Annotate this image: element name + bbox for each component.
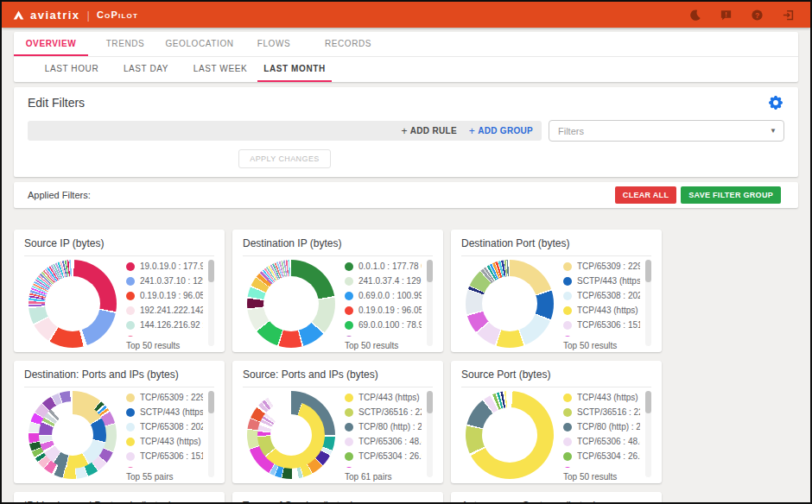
legend-item[interactable]: TCP/65308 : 202.10... bbox=[563, 288, 640, 303]
logout-icon[interactable] bbox=[782, 9, 795, 22]
legend-item[interactable]: 19.0.19.0 : 177.98... bbox=[126, 259, 203, 274]
legend-item[interactable]: 0.19.0.19 : 96.05 ... bbox=[126, 288, 203, 303]
legend-scrollbar[interactable] bbox=[645, 260, 651, 346]
filters-dropdown[interactable]: Filters ▼ bbox=[549, 120, 784, 142]
legend-scrollbar[interactable] bbox=[208, 391, 214, 477]
legend-item[interactable]: TCP/443 (https) : ... bbox=[563, 303, 640, 318]
legend-item[interactable]: 69.0.0.100 : 78.95... bbox=[345, 318, 422, 332]
add-group-button[interactable]: +ADD GROUP bbox=[469, 125, 533, 137]
legend-item[interactable]: TCP/65306 : 48.40 ... bbox=[345, 434, 422, 449]
tab-overview[interactable]: OVERVIEW bbox=[14, 32, 88, 56]
legend-label: 192.241.222.142 : ... bbox=[140, 306, 203, 315]
legend-scrollbar[interactable] bbox=[427, 260, 433, 346]
legend-scrollbar-thumb[interactable] bbox=[427, 391, 433, 413]
legend-item[interactable]: 0.0.1.0 : 177.78 G... bbox=[345, 259, 422, 274]
legend-item[interactable]: 0.19.0.19 : 96.05 ... bbox=[345, 303, 422, 318]
legend-item[interactable]: TCP/65304 : 26.64 ... bbox=[563, 449, 640, 463]
legend-label: 0.19.0.19 : 96.05 ... bbox=[358, 306, 422, 315]
legend-scrollbar-thumb[interactable] bbox=[645, 391, 651, 413]
legend-label: 0.69.0.0 : 100.99 ... bbox=[358, 291, 422, 300]
tab-geolocation[interactable]: GEOLOCATION bbox=[162, 32, 237, 56]
legend-item[interactable]: 241.0.37.10 : 129.... bbox=[126, 274, 203, 288]
donut-chart[interactable] bbox=[247, 260, 335, 348]
clear-all-button[interactable]: CLEAR ALL bbox=[615, 186, 676, 204]
chart-title: IP Version and Protocols (bytes) bbox=[24, 500, 214, 504]
tab-flows[interactable]: FLOWS bbox=[237, 32, 311, 56]
tab-records[interactable]: RECORDS bbox=[311, 32, 385, 56]
dark-mode-icon[interactable] bbox=[688, 9, 701, 22]
legend-dot bbox=[345, 321, 353, 330]
apply-changes-button[interactable]: APPLY CHANGES bbox=[238, 149, 330, 168]
legend-item[interactable]: 241.0.37.4 : 129.6... bbox=[345, 274, 422, 288]
legend-item[interactable]: TCP/443 (https) : ... bbox=[126, 434, 203, 449]
legend-item[interactable]: TCP/65306 : 151.46... bbox=[563, 318, 640, 332]
tab-last-week[interactable]: LAST WEEK bbox=[183, 57, 257, 82]
legend-area: TCP/65309 : 229.30...SCTP/443 (https) :.… bbox=[557, 259, 651, 350]
chart-title: Autonomous Systems (bytes) bbox=[461, 500, 651, 504]
donut-chart[interactable] bbox=[29, 391, 117, 479]
legend-item[interactable]: SCTP/36516 : 224.0... bbox=[563, 405, 640, 419]
legend-item[interactable] bbox=[126, 332, 203, 337]
chart-legend: TCP/443 (https) : ...SCTP/36516 : 224.0.… bbox=[345, 390, 422, 468]
feedback-icon[interactable] bbox=[720, 9, 733, 22]
legend-item[interactable]: TCP/80 (http) : 22... bbox=[345, 419, 422, 434]
legend-dot bbox=[126, 423, 135, 432]
donut-chart[interactable] bbox=[466, 391, 554, 479]
legend-scrollbar-thumb[interactable] bbox=[645, 260, 651, 282]
legend-item[interactable]: 144.126.216.92 : 2... bbox=[126, 318, 203, 332]
legend-scrollbar[interactable] bbox=[208, 260, 214, 346]
legend-scrollbar-thumb[interactable] bbox=[208, 260, 214, 282]
legend-item[interactable] bbox=[126, 463, 203, 468]
legend-item[interactable] bbox=[563, 463, 640, 468]
legend-label: TCP/80 (http) : 22... bbox=[577, 422, 640, 432]
chart-title: Destination Port (bytes) bbox=[461, 237, 651, 256]
legend-scrollbar[interactable] bbox=[427, 391, 433, 477]
legend-item[interactable]: SCTP/36516 : 224.0... bbox=[345, 405, 422, 419]
legend-item[interactable]: 0.69.0.0 : 100.99 ... bbox=[345, 288, 422, 303]
legend-item[interactable]: 192.241.222.142 : ... bbox=[126, 303, 203, 318]
legend-label: TCP/65306 : 48.40 ... bbox=[358, 437, 422, 446]
legend-item[interactable] bbox=[563, 332, 640, 337]
legend-item[interactable]: SCTP/443 (https) :... bbox=[126, 405, 203, 419]
legend-scrollbar[interactable] bbox=[645, 391, 651, 477]
help-icon[interactable]: ? bbox=[751, 9, 764, 22]
legend-item[interactable]: SCTP/443 (https) :... bbox=[563, 274, 640, 288]
aviatrix-logo-icon bbox=[12, 9, 25, 22]
legend-area: TCP/443 (https) : ...SCTP/36516 : 224.0.… bbox=[339, 390, 433, 482]
donut-chart[interactable] bbox=[247, 391, 335, 479]
add-rule-button[interactable]: +ADD RULE bbox=[401, 125, 456, 137]
legend-scrollbar-thumb[interactable] bbox=[427, 260, 433, 282]
chart-card-7: Types of Service (bytes) bbox=[232, 492, 443, 504]
legend-dot bbox=[345, 306, 353, 315]
legend-item[interactable]: TCP/65309 : 229.30... bbox=[126, 390, 203, 405]
legend-dot bbox=[563, 262, 572, 271]
chart-footer: Top 61 pairs bbox=[345, 472, 422, 482]
legend-item[interactable]: TCP/65308 : 202.10... bbox=[126, 419, 203, 434]
brand-divider: | bbox=[87, 9, 90, 22]
tab-last-day[interactable]: LAST DAY bbox=[109, 57, 183, 82]
legend-scrollbar-thumb[interactable] bbox=[208, 391, 214, 413]
donut-chart[interactable] bbox=[466, 260, 554, 348]
donut-chart[interactable] bbox=[29, 260, 117, 348]
tab-last-hour[interactable]: LAST HOUR bbox=[35, 57, 109, 82]
legend-item[interactable] bbox=[345, 463, 422, 468]
donut-hole bbox=[482, 276, 537, 331]
legend-item[interactable]: TCP/443 (https) : ... bbox=[563, 390, 640, 405]
tab-trends[interactable]: TRENDS bbox=[88, 32, 162, 56]
legend-item[interactable]: TCP/65309 : 229.30... bbox=[563, 259, 640, 274]
chart-title: Destination IP (bytes) bbox=[243, 237, 433, 256]
legend-item[interactable]: TCP/65304 : 26.64 ... bbox=[345, 449, 422, 463]
settings-gear-icon[interactable] bbox=[769, 96, 783, 110]
legend-item[interactable] bbox=[345, 332, 422, 337]
legend-item[interactable]: TCP/80 (http) : 22... bbox=[563, 419, 640, 434]
legend-dot bbox=[563, 306, 572, 315]
save-filter-group-button[interactable]: SAVE FILTER GROUP bbox=[681, 186, 781, 204]
plus-icon: + bbox=[401, 125, 407, 137]
tab-last-month[interactable]: LAST MONTH bbox=[257, 57, 332, 82]
legend-item[interactable]: TCP/65306 : 151.46... bbox=[126, 449, 203, 463]
legend-item[interactable]: TCP/443 (https) : ... bbox=[345, 390, 422, 405]
legend-dot bbox=[563, 336, 572, 337]
legend-item[interactable]: TCP/65306 : 48.40 ... bbox=[563, 434, 640, 449]
legend-label: 144.126.216.92 : 2... bbox=[140, 320, 203, 330]
legend-dot bbox=[126, 292, 135, 300]
